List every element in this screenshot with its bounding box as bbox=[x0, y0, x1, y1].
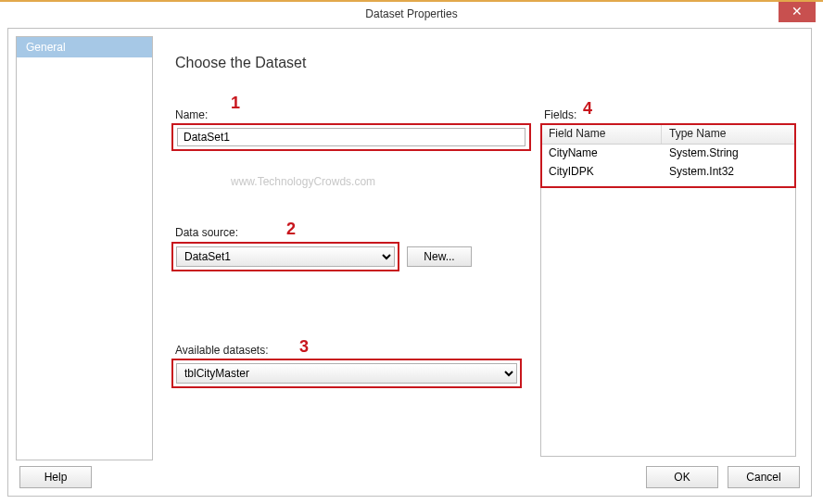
fields-table: Field Name Type Name CityName System.Str… bbox=[540, 123, 796, 457]
data-source-select[interactable]: DataSet1 bbox=[176, 246, 395, 267]
fields-table-header: Field Name Type Name bbox=[541, 124, 795, 145]
available-datasets-select[interactable]: tblCityMaster bbox=[176, 363, 517, 384]
annotation-1: 1 bbox=[231, 94, 240, 113]
sidebar-item-general[interactable]: General bbox=[17, 37, 152, 57]
page-heading: Choose the Dataset bbox=[175, 55, 804, 71]
data-source-label: Data source: bbox=[175, 226, 238, 239]
available-datasets-label: Available datasets: bbox=[175, 344, 269, 357]
new-button[interactable]: New... bbox=[407, 246, 472, 267]
annotation-2: 2 bbox=[286, 220, 296, 239]
table-row[interactable]: CityIDPK System.Int32 bbox=[541, 163, 795, 182]
help-button-wrap: Help bbox=[19, 466, 92, 488]
data-source-highlight: DataSet1 bbox=[171, 242, 399, 271]
close-button[interactable]: ✕ bbox=[779, 2, 816, 22]
close-icon: ✕ bbox=[791, 4, 803, 19]
available-datasets-highlight: tblCityMaster bbox=[171, 359, 522, 388]
window-title: Dataset Properties bbox=[365, 7, 457, 20]
fields-header-type: Type Name bbox=[662, 124, 795, 144]
title-bar: Dataset Properties ✕ bbox=[0, 0, 823, 26]
cell-field-name: CityIDPK bbox=[541, 163, 662, 182]
fields-label: Fields: bbox=[544, 108, 576, 121]
sidebar: General bbox=[16, 36, 153, 460]
name-label: Name: bbox=[175, 108, 208, 121]
cell-field-name: CityName bbox=[541, 145, 662, 163]
help-button[interactable]: Help bbox=[19, 466, 92, 488]
dialog-body: General Choose the Dataset 1 Name: www.T… bbox=[7, 28, 812, 497]
annotation-3: 3 bbox=[299, 337, 309, 357]
cancel-button[interactable]: Cancel bbox=[728, 466, 800, 488]
cell-type-name: System.Int32 bbox=[662, 163, 795, 182]
main-panel: Choose the Dataset 1 Name: www.Technolog… bbox=[166, 36, 804, 459]
name-input-highlight bbox=[171, 123, 531, 151]
ok-button[interactable]: OK bbox=[646, 466, 718, 488]
fields-header-name: Field Name bbox=[541, 124, 662, 144]
table-row[interactable]: CityName System.String bbox=[541, 145, 795, 163]
cell-type-name: System.String bbox=[662, 145, 795, 163]
sidebar-item-label: General bbox=[26, 41, 66, 54]
data-source-row: DataSet1 New... bbox=[171, 242, 472, 271]
watermark: www.TechnologyCrowds.com bbox=[231, 175, 375, 188]
footer-buttons: OK Cancel bbox=[646, 466, 800, 488]
annotation-4: 4 bbox=[583, 99, 592, 119]
name-input[interactable] bbox=[177, 128, 525, 146]
